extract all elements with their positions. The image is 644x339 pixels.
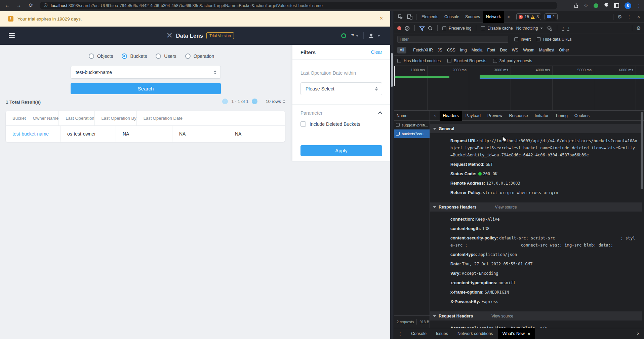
devtools-tab[interactable]: Sources [462,11,483,23]
banner-close-icon[interactable]: × [380,16,383,21]
type-filter-chip[interactable]: Fetch/XHR [413,48,433,52]
view-source-link[interactable]: View source [491,314,513,318]
clear-network-icon[interactable] [405,26,410,31]
share-icon[interactable] [574,3,578,8]
devtools-tab[interactable]: Network [483,11,504,23]
type-filter-chip[interactable]: CSS [447,48,455,52]
type-filter-chip[interactable]: Manifest [539,48,554,52]
network-filter-input[interactable] [397,36,508,43]
type-filter-chip[interactable]: Other [559,48,569,52]
type-filter-chip[interactable]: Wasm [523,48,534,52]
search-button[interactable]: Search [71,83,221,94]
hide-data-urls-checkbox[interactable]: Hide data URLs [537,37,572,42]
page-scrollbar[interactable] [390,11,394,339]
close-detail-icon[interactable]: × [430,113,440,118]
forward-icon[interactable]: → [15,1,23,9]
profile-avatar[interactable]: S [625,2,631,9]
extension-badge-icon[interactable] [594,3,598,8]
devtools-tab[interactable]: Console [441,11,462,23]
detail-tab[interactable]: Response [506,111,531,121]
view-source-link[interactable]: View source [495,205,517,210]
request-headers-section-header[interactable]: Request Headers View source [430,311,642,321]
detail-tab[interactable]: Preview [484,111,506,121]
cookie-filter-checkbox[interactable]: Has blocked cookies [397,59,441,63]
site-info-icon[interactable]: ⓘ [44,3,48,8]
request-row[interactable]: suggest?prefi... [394,121,430,129]
drawer-menu-icon[interactable]: ⋮ [394,331,406,336]
entity-radio[interactable]: Buckets [122,53,147,59]
detail-tab[interactable]: Headers [440,111,462,121]
entity-radio[interactable]: Users [156,53,176,59]
import-har-icon[interactable]: ↑ [562,26,564,31]
side-panel-icon[interactable] [614,3,619,8]
entity-radio[interactable]: Operation [185,53,214,59]
disable-cache-checkbox[interactable]: Disable cache [481,26,513,31]
network-settings-icon[interactable]: ⚙ [634,24,643,33]
request-checkbox[interactable] [396,132,400,136]
drawer-tab[interactable]: Console [406,328,431,339]
drawer-close-icon[interactable]: × [632,331,644,336]
type-filter-chip[interactable]: Doc [500,48,507,52]
network-overview-timeline[interactable]: 1000 ms 2000 ms 3000 ms 4000 ms 5000 ms … [394,66,644,111]
request-row[interactable]: buckets?cou... [394,129,430,138]
next-page-button[interactable]: › [252,99,257,104]
detail-scrollbar-thumb[interactable] [641,112,643,189]
devtools-tab[interactable]: Elements [418,11,441,23]
type-filter-chip[interactable]: JS [438,48,442,52]
browser-menu-icon[interactable]: ⋮ [637,3,641,8]
export-har-icon[interactable]: ↓ [567,26,569,31]
clear-filters-link[interactable]: Clear [371,49,382,55]
help-menu[interactable]: ? [351,33,359,38]
detail-tab[interactable]: Cookies [571,111,593,121]
throttling-select[interactable]: No throttling [516,26,543,31]
devtools-settings-icon[interactable]: ⚙ [615,12,624,21]
detail-tab[interactable]: Payload [462,111,484,121]
response-headers-section-header[interactable]: Response Headers View source [430,202,642,212]
request-name-column-header[interactable]: Name [394,111,430,121]
devtools-close-icon[interactable]: × [634,12,643,21]
invert-checkbox[interactable]: Invert [514,37,531,42]
scrollbar-thumb[interactable] [391,53,393,87]
type-filter-chip[interactable]: WS [512,48,518,52]
prev-page-button[interactable]: ‹ [222,99,228,104]
type-filter-chip[interactable]: All [397,47,406,53]
apply-filters-button[interactable]: Apply [300,145,382,156]
drawer-tab[interactable]: Network conditions [453,328,498,339]
date-filter-select[interactable]: Please Select [300,82,382,95]
user-menu[interactable] [368,33,380,39]
bookmark-star-icon[interactable]: ☆ [584,3,588,9]
type-filter-chip[interactable]: Media [472,48,483,52]
type-filter-chip[interactable]: Img [460,48,467,52]
error-warning-badges[interactable]: × 15 3 [516,13,541,20]
request-checkbox[interactable] [396,123,400,127]
drawer-tab-whats-new[interactable]: What's New × [498,328,535,339]
network-conditions-icon[interactable] [546,26,552,31]
inspect-element-icon[interactable] [396,12,405,21]
entity-radio[interactable]: Objects [89,53,113,59]
preserve-log-checkbox[interactable]: Preserve log [442,26,471,31]
search-network-icon[interactable] [428,26,433,31]
detail-tab[interactable]: Timing [552,111,571,121]
close-tab-icon[interactable]: × [528,331,530,336]
extensions-puzzle-icon[interactable] [604,3,609,8]
more-tabs-chevron[interactable]: » [505,11,513,23]
record-icon[interactable] [397,26,401,30]
hamburger-menu-icon[interactable] [9,33,15,38]
devtools-menu-icon[interactable]: ⋮ [625,12,634,21]
cookie-filter-checkbox[interactable]: Blocked Requests [447,59,486,63]
collapse-chevron-icon[interactable] [378,111,382,115]
back-icon[interactable]: ← [3,1,11,9]
cookie-filter-checkbox[interactable]: 3rd-party requests [493,59,532,63]
type-filter-chip[interactable]: Font [487,48,495,52]
general-section-header[interactable]: General [430,124,642,133]
include-deleted-checkbox[interactable]: Include Deleted Buckets [300,121,360,127]
device-toolbar-icon[interactable] [405,12,414,21]
issues-badge[interactable]: 1 [545,13,558,20]
address-bar[interactable]: ⓘ localhost:3003/search?os_UUID=oa-794e8… [40,2,557,9]
bucket-link[interactable]: test-bucket-name [6,126,61,142]
detail-tab[interactable]: Initiator [531,111,552,121]
filter-funnel-icon[interactable] [419,26,425,31]
search-query-select[interactable]: test-bucket-name [71,66,221,79]
status-ring-icon[interactable] [341,33,346,38]
drawer-tab[interactable]: Issues [431,328,453,339]
